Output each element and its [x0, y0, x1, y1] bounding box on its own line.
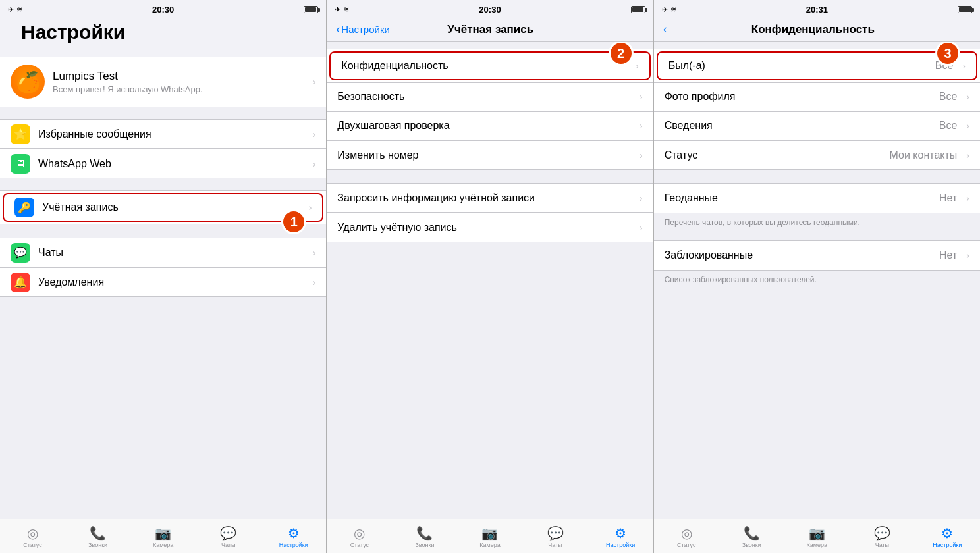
tab-chats-1[interactable]: 💬 Чаты — [196, 522, 261, 552]
list-item-request-info[interactable]: Запросить информацию учётной записи › — [327, 184, 653, 213]
list-item-delete-account[interactable]: Удалить учётную запись › — [327, 213, 653, 242]
step-badge-2: 2 — [609, 42, 634, 66]
list-item-last-seen[interactable]: Был(-а) Все › — [657, 51, 977, 80]
tab-settings-label-2: Настройки — [606, 542, 635, 548]
profile-item[interactable]: 🍊 Lumpics Test Всем привет! Я использую … — [0, 57, 326, 107]
account-label: Учётная запись — [42, 201, 119, 213]
list-item-info[interactable]: Сведения Все › — [654, 111, 980, 140]
gap-top-2 — [327, 42, 653, 49]
account-icon: 🔑 — [14, 198, 34, 217]
blocked-content: Заблокированные — [665, 250, 939, 261]
list-item-profile-photo[interactable]: Фото профиля Все › — [654, 82, 980, 111]
starred-content: Избранные сообщения — [38, 128, 308, 140]
status-content: Статус — [665, 149, 890, 161]
two-step-label: Двухшаговая проверка — [337, 120, 449, 131]
info-content: Сведения — [665, 120, 939, 132]
tab-chats-3[interactable]: 💬 Чаты — [850, 522, 915, 552]
airplane-icon-3: ✈ — [662, 5, 668, 14]
list-item-security[interactable]: Безопасность › — [327, 82, 653, 111]
list-item-account[interactable]: 🔑 Учётная запись › — [3, 193, 323, 222]
profile-photo-content: Фото профиля — [665, 91, 939, 103]
tab-calls-1[interactable]: 📞 Звонки — [65, 522, 130, 552]
tab-settings-3[interactable]: ⚙ Настройки — [915, 522, 980, 552]
tab-status-label-3: Статус — [677, 542, 695, 548]
nav-back-btn-3[interactable]: ‹ — [663, 22, 668, 36]
status-time-1: 20:30 — [152, 5, 174, 14]
tab-status-1[interactable]: ◎ Статус — [0, 522, 65, 552]
tab-calls-icon-1: 📞 — [90, 525, 106, 541]
tab-settings-1[interactable]: ⚙ Настройки — [261, 522, 326, 552]
profile-status: Всем привет! Я использую WhatsApp. — [53, 84, 313, 94]
list-item-whatsapp-web[interactable]: 🖥 WhatsApp Web › — [0, 149, 326, 178]
tab-status-icon-1: ◎ — [27, 525, 38, 541]
tab-chats-label-2: Чаты — [548, 542, 562, 548]
tab-chats-icon-2: 💬 — [547, 525, 564, 541]
wifi-icon-2: ≋ — [343, 5, 349, 14]
tab-calls-label-2: Звонки — [415, 542, 434, 548]
tab-camera-label-2: Камера — [479, 542, 500, 548]
delete-account-content: Удалить учётную запись — [337, 222, 634, 234]
privacy-content: Конфиденциальность — [341, 60, 630, 72]
tab-settings-2[interactable]: ⚙ Настройки — [588, 522, 653, 552]
status-bar-3: ✈ ≋ 20:31 — [654, 0, 980, 18]
tab-chats-label-1: Чаты — [221, 542, 235, 548]
gap-top-3 — [654, 42, 980, 49]
blocked-desc: Список заблокированных пользователей. — [654, 271, 980, 291]
nav-title-2: Учётная запись — [390, 23, 591, 36]
chats-icon: 💬 — [11, 243, 30, 263]
status-left-2: ✈ ≋ — [335, 5, 349, 14]
back-arrow-icon-2: ‹ — [336, 22, 340, 36]
tab-chats-2[interactable]: 💬 Чаты — [523, 522, 588, 552]
status-right-3 — [958, 6, 972, 13]
list-item-two-step[interactable]: Двухшаговая проверка › — [327, 111, 653, 140]
list-item-notifications[interactable]: 🔔 Уведомления › — [0, 267, 326, 296]
status-time-2: 20:30 — [479, 5, 501, 14]
tab-camera-icon-2: 📷 — [481, 525, 498, 541]
privacy-group3: Заблокированные Нет › — [654, 240, 980, 271]
list-item-privacy[interactable]: Конфиденциальность › — [329, 51, 650, 80]
menu-section: ⭐ Избранные сообщения › 🖥 WhatsApp Web › — [0, 119, 326, 178]
tab-bar-2: ◎ Статус 📞 Звонки 📷 Камера 💬 Чаты ⚙ Наст… — [327, 519, 653, 553]
tab-status-label-2: Статус — [350, 542, 369, 548]
list-item-geodata[interactable]: Геоданные Нет › — [654, 184, 980, 213]
tab-calls-2[interactable]: 📞 Звонки — [392, 522, 457, 552]
tab-camera-3[interactable]: 📷 Камера — [784, 522, 850, 552]
profile-photo-label: Фото профиля — [665, 91, 736, 102]
tab-calls-3[interactable]: 📞 Звонки — [719, 522, 784, 552]
delete-account-label: Удалить учётную запись — [337, 222, 457, 233]
tab-status-2[interactable]: ◎ Статус — [327, 522, 392, 552]
account-chevron: › — [309, 202, 312, 213]
list-item-status[interactable]: Статус Мои контакты › — [654, 140, 980, 169]
tab-camera-1[interactable]: 📷 Камера — [130, 522, 196, 552]
battery-icon-1 — [304, 6, 318, 13]
account-section: 🔑 Учётная запись › 1 — [0, 190, 326, 224]
tab-status-icon-3: ◎ — [681, 525, 692, 541]
last-seen-content: Был(-а) — [668, 60, 935, 72]
avatar-image: 🍊 — [11, 65, 45, 99]
tab-camera-icon-1: 📷 — [155, 525, 171, 541]
list-item-blocked[interactable]: Заблокированные Нет › — [654, 241, 980, 270]
nav-back-btn-2[interactable]: ‹ Настройки — [336, 22, 390, 36]
privacy-chevron: › — [636, 61, 639, 71]
panel-account: ✈ ≋ 20:30 ‹ Настройки Учётная запись Кон… — [327, 0, 653, 553]
chats-chevron: › — [313, 248, 316, 258]
tab-status-label-1: Статус — [23, 542, 41, 548]
list-item-starred[interactable]: ⭐ Избранные сообщения › — [0, 120, 326, 149]
status-bar-1: ✈ ≋ 20:30 — [0, 0, 326, 18]
tab-camera-2[interactable]: 📷 Камера — [457, 522, 522, 552]
profile-name: Lumpics Test — [53, 70, 313, 83]
list-item-change-number[interactable]: Изменить номер › — [327, 140, 653, 169]
tab-calls-label-1: Звонки — [88, 542, 107, 548]
list-item-chats[interactable]: 💬 Чаты › — [0, 238, 326, 267]
tab-settings-icon-1: ⚙ — [288, 525, 300, 541]
two-step-chevron: › — [640, 120, 643, 131]
security-label: Безопасность — [337, 91, 404, 102]
nav-bar-3: ‹ Конфиденциальность — [654, 18, 980, 42]
nav-back-label-2: Настройки — [341, 24, 390, 35]
request-info-content: Запросить информацию учётной записи — [337, 192, 634, 204]
starred-chevron: › — [313, 129, 316, 140]
security-content: Безопасность — [337, 91, 634, 103]
tab-status-3[interactable]: ◎ Статус — [654, 522, 719, 552]
geodata-desc: Перечень чатов, в которых вы делитесь ге… — [654, 213, 980, 234]
geodata-chevron: › — [966, 193, 969, 203]
